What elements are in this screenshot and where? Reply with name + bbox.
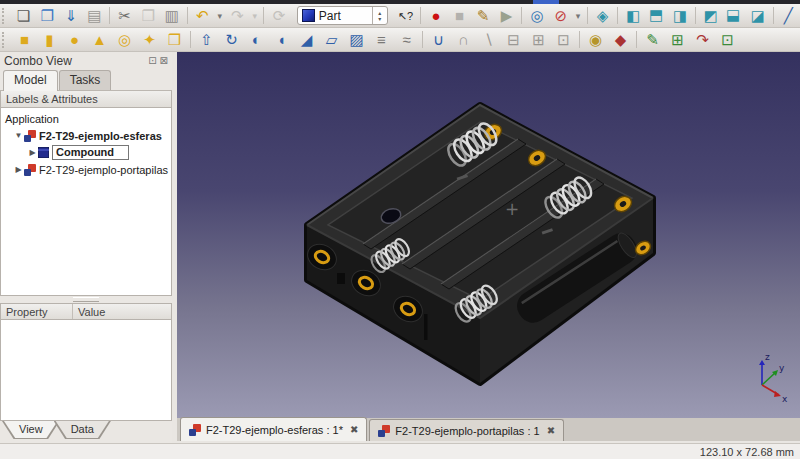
cylinder-icon[interactable]: ▮ bbox=[37, 29, 62, 51]
save-file-icon[interactable]: ⇓ bbox=[59, 5, 83, 27]
section-icon[interactable]: ⊟ bbox=[501, 29, 526, 51]
fillet-icon[interactable]: ◖ bbox=[269, 29, 294, 51]
undo-icon[interactable]: ↶ bbox=[191, 5, 215, 27]
panel-splitter[interactable] bbox=[0, 296, 172, 303]
macro-play-icon[interactable]: ▶ bbox=[495, 5, 519, 27]
draw-style-menu-icon[interactable]: ▾ bbox=[572, 5, 583, 27]
defeaturing-icon[interactable]: ◆ bbox=[608, 29, 633, 51]
expander-icon[interactable]: ▼ bbox=[13, 131, 24, 140]
loft-icon[interactable]: ≡ bbox=[369, 29, 394, 51]
document-tab-label: F2-T29-ejemplo-portapilas : 1 bbox=[395, 425, 539, 437]
toolbar-separator bbox=[190, 31, 191, 48]
view-bottom-icon[interactable]: ◨ bbox=[723, 4, 745, 28]
axis-indicator: z y x bbox=[759, 352, 788, 404]
axis-y-label: y bbox=[779, 363, 785, 373]
property-header: Property Value bbox=[0, 303, 172, 320]
sketch-create-icon[interactable]: ✎ bbox=[640, 29, 665, 51]
tab-data[interactable]: Data bbox=[54, 421, 111, 439]
cut-icon[interactable]: ✂ bbox=[113, 5, 137, 27]
copy-icon[interactable]: ❐ bbox=[137, 5, 161, 27]
sphere-icon[interactable]: ● bbox=[62, 29, 87, 51]
close-icon[interactable]: ✖ bbox=[547, 425, 555, 436]
macro-stop-icon[interactable]: ■ bbox=[448, 5, 472, 27]
toolbar-separator bbox=[773, 7, 774, 24]
tree-item-label: F2-T29-ejemplo-portapilas bbox=[39, 164, 168, 176]
paste-icon[interactable]: ▥ bbox=[160, 5, 184, 27]
tree-item-document-portapilas[interactable]: ▶ F2-T29-ejemplo-portapilas bbox=[1, 161, 171, 178]
open-file-icon[interactable]: ❐ bbox=[35, 5, 59, 27]
freecad-document-icon bbox=[24, 130, 36, 142]
box-icon[interactable]: ■ bbox=[12, 29, 37, 51]
sweep-icon[interactable]: ≈ bbox=[394, 29, 419, 51]
cone-icon[interactable]: ▲ bbox=[87, 29, 112, 51]
refresh-icon[interactable]: ⟳ bbox=[267, 5, 291, 27]
create-primitives-icon[interactable]: ✦ bbox=[137, 29, 162, 51]
toolbar-separator bbox=[420, 7, 421, 24]
tree-item-compound[interactable]: ▶ Compound bbox=[1, 144, 171, 161]
model-tree[interactable]: Application ▼ F2-T29-ejemplo-esferas ▶ C… bbox=[0, 108, 172, 296]
value-column-header[interactable]: Value bbox=[73, 304, 110, 319]
mirror-icon[interactable]: ◐ bbox=[244, 29, 269, 51]
ruled-surface-icon[interactable]: ▨ bbox=[344, 29, 369, 51]
whats-this-icon[interactable]: ↖? bbox=[394, 5, 418, 27]
toolbar-file: ❏ ❐ ⇓ ▤ ✂ ❐ ▥ ↶ ▾ ↷ ▾ ⟳ Part ▴ ▾ ↖? ● ■ … bbox=[0, 4, 800, 28]
cross-sections-icon[interactable]: ⊞ bbox=[526, 29, 551, 51]
redo-menu-icon[interactable]: ▾ bbox=[249, 5, 260, 27]
3d-viewport[interactable]: + bbox=[177, 52, 800, 418]
close-panel-icon[interactable]: ⊠ bbox=[160, 55, 168, 66]
toolbar-grip[interactable] bbox=[2, 8, 8, 24]
shape-builder-icon[interactable]: ❒ bbox=[162, 29, 187, 51]
toolbar-grip[interactable] bbox=[2, 32, 8, 48]
document-tab-portapilas[interactable]: F2-T29-ejemplo-portapilas : 1 ✖ bbox=[369, 419, 564, 441]
sketch-map-icon[interactable]: ⊞ bbox=[665, 29, 690, 51]
macro-record-icon[interactable]: ● bbox=[424, 5, 448, 27]
view-top-icon[interactable]: ◧ bbox=[646, 4, 668, 28]
sketch-reorient-icon[interactable]: ↷ bbox=[690, 29, 715, 51]
view-rear-icon[interactable]: ◩ bbox=[699, 5, 723, 27]
tab-view[interactable]: View bbox=[2, 421, 60, 439]
boolean-union-icon[interactable]: ∪ bbox=[426, 29, 451, 51]
battery-holder-model[interactable]: + bbox=[177, 52, 800, 418]
toolbar-separator bbox=[521, 7, 522, 24]
tab-tasks[interactable]: Tasks bbox=[59, 70, 112, 90]
revolve-icon[interactable]: ↻ bbox=[219, 29, 244, 51]
tree-header-label: Labels & Attributes bbox=[6, 93, 98, 105]
view-right-icon[interactable]: ◨ bbox=[668, 5, 692, 27]
make-face-icon[interactable]: ▱ bbox=[319, 29, 344, 51]
macro-edit-icon[interactable]: ✎ bbox=[471, 5, 495, 27]
print-icon[interactable]: ▤ bbox=[82, 5, 106, 27]
tab-model[interactable]: Model bbox=[3, 70, 58, 91]
close-icon[interactable]: ✖ bbox=[350, 424, 358, 435]
tree-item-document-esferas[interactable]: ▼ F2-T29-ejemplo-esferas bbox=[1, 127, 171, 144]
tab-data-label: Data bbox=[55, 421, 110, 438]
undo-menu-icon[interactable]: ▾ bbox=[214, 5, 225, 27]
float-panel-icon[interactable]: ⊡ bbox=[148, 55, 156, 66]
boolean-common-icon[interactable]: ∩ bbox=[451, 29, 476, 51]
workbench-selector[interactable]: Part ▴ ▾ bbox=[297, 6, 388, 25]
view-left-icon[interactable]: ◪ bbox=[746, 5, 770, 27]
check-geometry-icon[interactable]: ◉ bbox=[583, 29, 608, 51]
new-file-icon[interactable]: ❏ bbox=[12, 5, 36, 27]
workbench-stepper[interactable]: ▴ ▾ bbox=[372, 7, 387, 24]
viewport-dimensions-readout: 123.10 x 72.68 mm bbox=[700, 446, 794, 458]
view-isometric-icon[interactable]: ◈ bbox=[591, 5, 615, 27]
document-tab-esferas[interactable]: F2-T29-ejemplo-esferas : 1* ✖ bbox=[180, 417, 367, 441]
expander-icon[interactable]: ▶ bbox=[13, 165, 24, 174]
compound-icon bbox=[38, 147, 49, 158]
property-table-body[interactable] bbox=[0, 320, 172, 421]
measure-distance-icon[interactable]: ╱ bbox=[776, 5, 800, 27]
chamfer-icon[interactable]: ◢ bbox=[294, 29, 319, 51]
view-front-icon[interactable]: ◧ bbox=[621, 5, 645, 27]
tree-item-application[interactable]: Application bbox=[1, 110, 171, 127]
torus-icon[interactable]: ◎ bbox=[112, 29, 137, 51]
draw-style-icon[interactable]: ⊘ bbox=[549, 5, 573, 27]
compound-tool-icon[interactable]: ⊡ bbox=[551, 29, 576, 51]
extrude-icon[interactable]: ⇧ bbox=[194, 29, 219, 51]
tree-item-rename-input[interactable]: Compound bbox=[52, 145, 129, 160]
expander-icon[interactable]: ▶ bbox=[27, 148, 38, 157]
boolean-cut-icon[interactable]: ∖ bbox=[476, 29, 501, 51]
fit-all-icon[interactable]: ◎ bbox=[525, 5, 549, 27]
sketch-validate-icon[interactable]: ⊡ bbox=[715, 29, 740, 51]
redo-icon[interactable]: ↷ bbox=[225, 5, 249, 27]
property-column-header[interactable]: Property bbox=[1, 304, 73, 319]
